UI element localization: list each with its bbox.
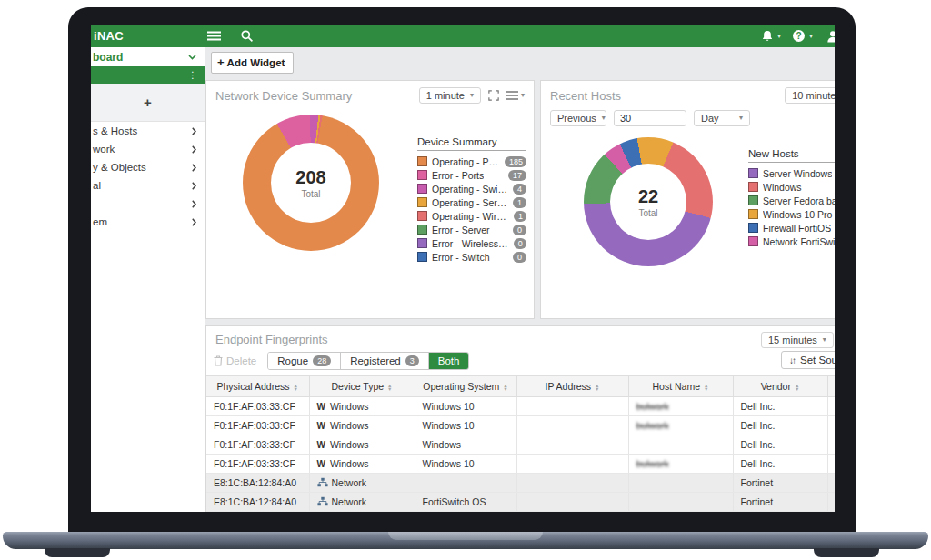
donut-total-label: Total: [638, 208, 657, 218]
cell-ip-address: [516, 397, 628, 416]
notifications-bell-icon[interactable]: [762, 30, 773, 42]
sidebar-nav-item[interactable]: em: [91, 213, 205, 231]
filter-registered-button[interactable]: Registered 3: [341, 353, 429, 369]
cell-vendor: Fortinet: [733, 493, 827, 512]
column-header[interactable]: Host Name: [628, 376, 733, 397]
legend-item[interactable]: Windows 10 Pro 6.3: [748, 208, 835, 220]
donut-total-value: 208: [295, 167, 325, 188]
legend-item[interactable]: Windows: [748, 181, 835, 193]
laptop-foot-right: [814, 548, 879, 557]
ellipsis-vertical-icon[interactable]: ⋮: [188, 71, 197, 80]
legend-item[interactable]: Server Fedora based: [748, 195, 835, 206]
table-row[interactable]: F0:1F:AF:03:33:CF Windows Windows 10 bul…: [206, 455, 835, 474]
sidebar-nav-item[interactable]: y & Objects: [91, 158, 205, 176]
help-caret-icon[interactable]: ▾: [809, 33, 813, 40]
sidebar-nav: s & Hosts work y & Objects: [91, 122, 205, 231]
sidebar-selected-dashboard-item[interactable]: ⋮: [91, 66, 205, 84]
sidebar-nav-item[interactable]: work: [91, 140, 205, 158]
chevron-right-icon: [192, 200, 196, 208]
legend-item[interactable]: Firewall FortiOS: [748, 222, 835, 234]
cell-device-type: Windows: [309, 455, 415, 474]
legend-item[interactable]: Error - Server 0: [417, 224, 526, 235]
help-icon[interactable]: ?: [793, 30, 805, 42]
column-header[interactable]: IP Address: [516, 376, 628, 397]
notifications-caret-icon[interactable]: ▾: [777, 33, 781, 40]
set-source-button[interactable]: ↓↑ Set Source: [781, 351, 835, 369]
legend-title: Device Summary: [417, 136, 526, 151]
windows-icon: [317, 420, 325, 431]
table-row[interactable]: F0:1F:AF:03:33:CF Windows Windows 10 bul…: [206, 416, 835, 435]
device-summary-donut-chart[interactable]: 208 Total: [243, 115, 379, 251]
expand-widget-icon[interactable]: [488, 90, 499, 101]
legend-count-badge: 4: [513, 184, 526, 195]
cell-host-name: [628, 435, 733, 455]
caret-down-icon: ▾: [739, 115, 743, 122]
cell-ip-address: [516, 416, 628, 435]
previous-dropdown[interactable]: Previous ▾: [550, 110, 606, 126]
refresh-interval-dropdown[interactable]: 1 minute ▾: [419, 87, 481, 104]
sidebar-item-dashboard[interactable]: board: [91, 47, 205, 66]
legend-swatch: [748, 168, 758, 178]
table-row[interactable]: E8:1C:BA:12:84:A0 Network FortiSwitch OS…: [206, 493, 835, 512]
delete-button[interactable]: Delete: [214, 355, 256, 366]
caret-down-icon: ▾: [823, 336, 826, 344]
column-header[interactable]: Operating System: [415, 376, 516, 397]
sort-icon: [704, 384, 708, 392]
refresh-interval-dropdown[interactable]: 10 minutes ▾: [785, 87, 835, 104]
period-unit-dropdown[interactable]: Day ▾: [694, 110, 750, 126]
cell-physical-address: E8:1C:BA:12:84:A0: [206, 493, 309, 512]
table-row[interactable]: E8:1C:BA:12:84:A0 Network Fortinet: [206, 474, 835, 493]
cell-extra: [827, 416, 835, 435]
recent-hosts-donut-chart[interactable]: 22 Total: [584, 137, 713, 266]
search-icon[interactable]: [241, 30, 253, 42]
chevron-right-icon: [192, 145, 196, 154]
add-widget-button[interactable]: + Add Widget: [211, 52, 294, 74]
legend-swatch: [417, 211, 427, 221]
endpoint-fingerprints-table: Physical Address Device Type Operating S…: [206, 375, 835, 512]
laptop-base-notch: [388, 532, 543, 540]
column-header[interactable]: Device Type: [309, 376, 415, 397]
menu-hamburger-icon[interactable]: [207, 31, 221, 41]
legend-item[interactable]: Error - Switch 0: [417, 251, 526, 263]
table-row[interactable]: F0:1F:AF:03:33:CF Windows Windows Dell I…: [206, 435, 835, 455]
sort-icon: [294, 384, 298, 392]
dashboard-label: board: [93, 51, 123, 64]
refresh-interval-dropdown[interactable]: 15 minutes ▾: [761, 332, 834, 348]
sort-arrows-icon: ↓↑: [789, 355, 795, 365]
filter-both-button[interactable]: Both: [429, 353, 469, 369]
widget-menu-icon[interactable]: ▾: [506, 91, 525, 100]
legend-item[interactable]: Error - Wireless Acc... 0: [417, 237, 526, 249]
legend-swatch: [417, 252, 427, 262]
sidebar-nav-item[interactable]: al: [91, 176, 205, 195]
chevron-down-icon: [188, 55, 196, 60]
legend-item[interactable]: Network FortiSwitch: [748, 235, 835, 247]
plus-icon: +: [217, 55, 225, 69]
dashboard-main: + Add Widget Network Device Summary 1 mi…: [205, 47, 835, 512]
cell-ip-address: [516, 455, 628, 474]
sidebar-nav-item[interactable]: s & Hosts: [91, 122, 205, 140]
user-account-icon[interactable]: [826, 30, 835, 43]
legend-item[interactable]: Operating - Server 1: [417, 196, 526, 208]
legend-item[interactable]: Operating - Ports 185: [417, 155, 526, 167]
table-row[interactable]: F0:1F:AF:03:33:CF Windows Windows 10 bul…: [206, 397, 835, 416]
cell-extra: [827, 474, 835, 493]
period-count-input[interactable]: [614, 110, 686, 126]
column-header[interactable]: Physical Address: [206, 376, 309, 397]
top-navbar: iNAC ▾ ? ▾: [91, 25, 835, 47]
legend-item[interactable]: Operating - Switch 4: [417, 183, 526, 195]
cell-physical-address: F0:1F:AF:03:33:CF: [206, 455, 309, 474]
column-header[interactable]: Vendor: [733, 376, 827, 397]
legend-count-badge: 185: [505, 156, 526, 167]
legend-item[interactable]: Error - Ports 17: [417, 169, 526, 181]
cell-operating-system: Windows 10: [415, 397, 516, 416]
legend-swatch: [417, 156, 427, 166]
cell-host-name: [628, 493, 733, 512]
add-dashboard-button[interactable]: +: [91, 84, 205, 122]
legend-item[interactable]: Server Windows: [748, 167, 835, 179]
filter-rogue-button[interactable]: Rogue 28: [268, 353, 341, 369]
sidebar-nav-item[interactable]: [91, 195, 205, 213]
widget-title: Network Device Summary: [215, 89, 352, 103]
column-header[interactable]: V: [827, 376, 835, 397]
sort-icon: [503, 384, 507, 392]
legend-item[interactable]: Operating - Wireless... 1: [417, 210, 526, 222]
